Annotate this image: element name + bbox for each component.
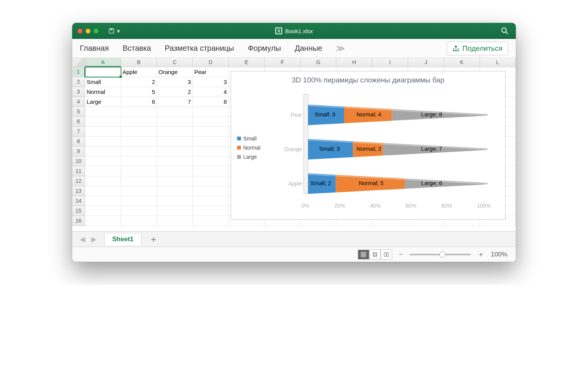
cell-D1[interactable]: Pear bbox=[193, 67, 229, 77]
view-normal-button[interactable] bbox=[358, 250, 369, 260]
cell-A16[interactable] bbox=[85, 216, 121, 226]
zoom-slider[interactable] bbox=[410, 254, 471, 255]
column-header-G[interactable]: G bbox=[300, 58, 336, 67]
cell-C12[interactable] bbox=[157, 176, 193, 186]
cell-D11[interactable] bbox=[193, 166, 229, 176]
cell-B10[interactable] bbox=[121, 156, 157, 166]
cell-D5[interactable] bbox=[193, 107, 229, 117]
cell-A4[interactable]: Large bbox=[85, 97, 121, 107]
cell-B4[interactable]: 6 bbox=[121, 97, 157, 107]
add-sheet-button[interactable]: ＋ bbox=[145, 234, 162, 245]
column-header-L[interactable]: L bbox=[480, 58, 516, 67]
cell-C3[interactable]: 2 bbox=[157, 87, 193, 97]
row-header-1[interactable]: 1 bbox=[72, 67, 85, 77]
cell-D9[interactable] bbox=[193, 147, 229, 156]
cell-A14[interactable] bbox=[85, 196, 121, 206]
row-header-6[interactable]: 6 bbox=[72, 117, 85, 127]
cell-B8[interactable] bbox=[121, 137, 157, 147]
column-header-F[interactable]: F bbox=[265, 58, 300, 67]
cell-B14[interactable] bbox=[121, 196, 157, 206]
row-header-4[interactable]: 4 bbox=[72, 97, 85, 107]
spreadsheet-grid[interactable]: 1AppleOrangePear2Small2333Normal5244Larg… bbox=[72, 67, 516, 231]
view-page-layout-button[interactable] bbox=[369, 250, 381, 260]
row-header-8[interactable]: 8 bbox=[72, 137, 85, 147]
cell-C15[interactable] bbox=[157, 206, 193, 216]
cell-C2[interactable]: 3 bbox=[157, 77, 193, 87]
cell-B13[interactable] bbox=[121, 186, 157, 196]
column-header-K[interactable]: K bbox=[444, 58, 480, 67]
cell-A9[interactable] bbox=[85, 147, 121, 156]
row-header-7[interactable]: 7 bbox=[72, 127, 85, 137]
tabs-overflow-icon[interactable]: ≫ bbox=[336, 44, 345, 53]
cell-A10[interactable] bbox=[85, 156, 121, 166]
cell-C14[interactable] bbox=[157, 196, 193, 206]
cell-D8[interactable] bbox=[193, 137, 229, 147]
cell-D2[interactable]: 3 bbox=[193, 77, 229, 87]
cell-A2[interactable]: Small bbox=[85, 77, 121, 87]
cell-A12[interactable] bbox=[85, 176, 121, 186]
row-header-11[interactable]: 11 bbox=[72, 166, 85, 176]
tab-data[interactable]: Данные bbox=[295, 44, 322, 53]
cell-A5[interactable] bbox=[85, 107, 121, 117]
cell-D15[interactable] bbox=[193, 206, 229, 216]
cell-B6[interactable] bbox=[121, 117, 157, 127]
zoom-plus-button[interactable]: ＋ bbox=[478, 250, 484, 259]
column-header-H[interactable]: H bbox=[336, 58, 372, 67]
zoom-window-button[interactable] bbox=[94, 29, 99, 34]
cell-A1[interactable] bbox=[85, 67, 121, 77]
cell-D10[interactable] bbox=[193, 156, 229, 166]
cell-A11[interactable] bbox=[85, 166, 121, 176]
zoom-minus-button[interactable]: − bbox=[399, 251, 403, 258]
cell-B15[interactable] bbox=[121, 206, 157, 216]
cell-B12[interactable] bbox=[121, 176, 157, 186]
cell-A3[interactable]: Normal bbox=[85, 87, 121, 97]
search-icon[interactable] bbox=[501, 27, 509, 35]
zoom-level[interactable]: 100% bbox=[491, 251, 507, 258]
row-header-12[interactable]: 12 bbox=[72, 176, 85, 186]
tab-home[interactable]: Главная bbox=[80, 44, 109, 53]
cell-D16[interactable] bbox=[193, 216, 229, 226]
tab-layout[interactable]: Разметка страницы bbox=[165, 44, 234, 53]
sheet-nav-prev-icon[interactable]: ◀ bbox=[78, 235, 87, 243]
row-header-3[interactable]: 3 bbox=[72, 87, 85, 97]
cell-D14[interactable] bbox=[193, 196, 229, 206]
cell-B1[interactable]: Apple bbox=[121, 67, 157, 77]
row-header-5[interactable]: 5 bbox=[72, 107, 85, 117]
cell-B3[interactable]: 5 bbox=[121, 87, 157, 97]
cell-B9[interactable] bbox=[121, 147, 157, 156]
cell-C4[interactable]: 7 bbox=[157, 97, 193, 107]
cell-C5[interactable] bbox=[157, 107, 193, 117]
column-header-B[interactable]: B bbox=[121, 58, 157, 67]
cell-B11[interactable] bbox=[121, 166, 157, 176]
column-header-D[interactable]: D bbox=[193, 58, 229, 67]
minimize-window-button[interactable] bbox=[86, 29, 90, 34]
row-header-2[interactable]: 2 bbox=[72, 77, 85, 87]
cell-B5[interactable] bbox=[121, 107, 157, 117]
column-header-J[interactable]: J bbox=[408, 58, 444, 67]
cell-D13[interactable] bbox=[193, 186, 229, 196]
row-header-15[interactable]: 15 bbox=[72, 206, 85, 216]
cell-C7[interactable] bbox=[157, 127, 193, 137]
cell-B16[interactable] bbox=[121, 216, 157, 226]
cell-A15[interactable] bbox=[85, 206, 121, 216]
cell-A6[interactable] bbox=[85, 117, 121, 127]
view-page-break-button[interactable] bbox=[381, 250, 392, 260]
save-icon[interactable] bbox=[108, 28, 115, 34]
tab-insert[interactable]: Вставка bbox=[123, 44, 151, 53]
row-header-10[interactable]: 10 bbox=[72, 156, 85, 166]
column-header-I[interactable]: I bbox=[372, 58, 408, 67]
cell-A7[interactable] bbox=[85, 127, 121, 137]
sheet-nav-next-icon[interactable]: ▶ bbox=[90, 235, 98, 243]
cell-A13[interactable] bbox=[85, 186, 121, 196]
row-header-13[interactable]: 13 bbox=[72, 186, 85, 196]
cell-D7[interactable] bbox=[193, 127, 229, 137]
cell-C10[interactable] bbox=[157, 156, 193, 166]
zoom-slider-knob[interactable] bbox=[439, 251, 446, 258]
row-header-14[interactable]: 14 bbox=[72, 196, 85, 206]
cell-B2[interactable]: 2 bbox=[121, 77, 157, 87]
cell-D4[interactable]: 8 bbox=[193, 97, 229, 107]
cell-C11[interactable] bbox=[157, 166, 193, 176]
cell-C9[interactable] bbox=[157, 147, 193, 156]
tab-formulas[interactable]: Формулы bbox=[248, 44, 281, 53]
embedded-chart[interactable]: 3D 100% пирамиды сложены диаграммы бар S… bbox=[231, 71, 506, 220]
